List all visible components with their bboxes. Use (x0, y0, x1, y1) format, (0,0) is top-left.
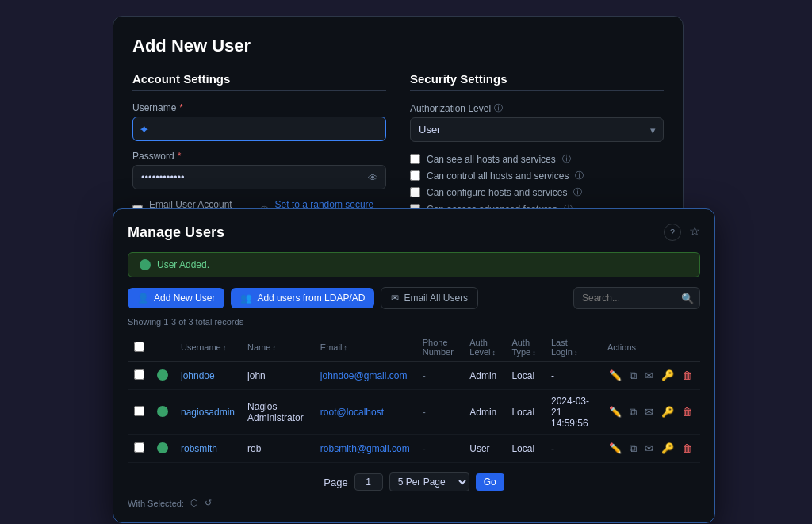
email-cell-1[interactable]: root@localhost (320, 407, 384, 418)
status-dot-1 (157, 406, 168, 417)
manage-users-panel: Manage Users ? ☆ User Added. 👤 Add New U… (113, 208, 715, 523)
header-email: Email↕ (314, 333, 416, 362)
edit-icon-2[interactable]: ✏️ (607, 441, 623, 457)
security-icon-1[interactable]: 🔑 (660, 404, 676, 420)
permission-checkbox-1[interactable] (410, 170, 420, 181)
name-cell-2: rob (247, 443, 261, 454)
table-row: nagiosadmin Nagios Administrator root@lo… (128, 390, 700, 435)
email-icon: ✉ (391, 293, 399, 304)
header-checkbox-cell (128, 333, 151, 362)
email-cell-2[interactable]: robsmith@gmail.com (320, 443, 410, 454)
action-buttons-row: 👤 Add New User 👥 Add users from LDAP/AD … (128, 287, 700, 309)
header-actions: Actions (601, 333, 700, 362)
email-cell-0[interactable]: johndoe@gmail.com (320, 370, 408, 381)
username-cell-2: robsmith (181, 443, 217, 454)
security-settings-title: Security Settings (410, 72, 664, 91)
permission-label-2: Can configure hosts and services (427, 187, 567, 198)
email-all-users-button[interactable]: ✉ Email All Users (381, 287, 478, 309)
select-all-checkbox[interactable] (134, 342, 144, 352)
phone-cell-1: - (423, 407, 426, 418)
status-dot-0 (157, 369, 168, 381)
email-icon-2[interactable]: ✉ (643, 441, 655, 457)
status-dot-2 (157, 442, 168, 453)
add-new-user-button[interactable]: 👤 Add New User (128, 288, 224, 308)
table-row: johndoe john johndoe@gmail.com - Admin L… (128, 362, 700, 390)
header-auth-type: Auth Type↕ (505, 333, 545, 362)
edit-icon-1[interactable]: ✏️ (607, 404, 623, 420)
header-phone: Phone Number (416, 333, 464, 362)
delete-icon-0[interactable]: 🗑 (680, 368, 694, 384)
password-input[interactable] (132, 165, 386, 189)
row-checkbox-1[interactable] (134, 406, 144, 416)
star-bookmark-icon[interactable]: ☆ (689, 224, 700, 241)
permission-row-0: Can see all hosts and services ⓘ (410, 153, 664, 165)
manage-header: Manage Users ? ☆ (128, 224, 700, 241)
help-icon[interactable]: ? (664, 224, 681, 241)
action-icons-0: ✏️ ⧉ ✉ 🔑 🗑 (607, 368, 694, 384)
add-user-icon: 👤 (137, 293, 149, 304)
permission-help-icon-1[interactable]: ⓘ (575, 170, 584, 182)
name-cell-0: john (247, 370, 266, 381)
security-icon-0[interactable]: 🔑 (660, 368, 676, 384)
security-icon-2[interactable]: 🔑 (660, 441, 676, 457)
page-label: Page (324, 476, 347, 488)
go-button[interactable]: Go (476, 473, 504, 491)
header-auth-level: Auth Level↕ (463, 333, 505, 362)
success-dot-icon (140, 259, 151, 270)
copy-icon-0[interactable]: ⧉ (628, 368, 638, 384)
success-message: User Added. (157, 259, 209, 270)
users-table-body: johndoe john johndoe@gmail.com - Admin L… (128, 362, 700, 463)
search-wrapper: 🔍 (573, 287, 700, 309)
account-settings-title: Account Settings (132, 72, 386, 91)
manage-header-icons: ? ☆ (664, 224, 700, 241)
auth-level-help-icon[interactable]: ⓘ (494, 102, 503, 114)
auth-level-cell-2: User (469, 443, 489, 454)
row-checkbox-0[interactable] (134, 369, 144, 380)
row-checkbox-2[interactable] (134, 442, 144, 453)
star-icon: ✦ (139, 121, 149, 136)
auth-type-cell-1: Local (511, 407, 534, 418)
name-cell-1: Nagios Administrator (247, 401, 304, 423)
email-icon-1[interactable]: ✉ (643, 404, 655, 420)
header-username: Username↕ (174, 333, 241, 362)
pagination-row: Page 5 Per Page 10 Per Page 25 Per Page … (128, 472, 700, 491)
header-name: Name↕ (241, 333, 314, 362)
per-page-select[interactable]: 5 Per Page 10 Per Page 25 Per Page (389, 472, 469, 491)
auth-level-label: Authorization Level ⓘ (410, 102, 664, 114)
permission-label-1: Can control all hosts and services (427, 170, 569, 182)
show-password-icon[interactable]: 👁 (368, 171, 378, 183)
phone-cell-0: - (423, 370, 426, 381)
delete-icon-2[interactable]: 🗑 (680, 441, 694, 457)
with-selected-row: With Selected: ⬡ ↺ (128, 498, 700, 508)
page-input[interactable] (354, 473, 383, 491)
permission-checkbox-2[interactable] (410, 187, 420, 197)
with-selected-delete-icon[interactable]: ↺ (205, 498, 212, 508)
with-selected-label: With Selected: (128, 499, 184, 508)
header-status (151, 333, 174, 362)
auth-level-cell-1: Admin (469, 407, 496, 418)
table-header: Username↕ Name↕ Email↕ Phone Number Auth… (128, 333, 700, 362)
records-count: Showing 1-3 of 3 total records (128, 317, 700, 327)
phone-cell-2: - (423, 443, 426, 454)
edit-icon-0[interactable]: ✏️ (607, 368, 623, 384)
email-icon-0[interactable]: ✉ (643, 368, 655, 384)
auth-level-cell-0: Admin (469, 370, 496, 381)
copy-icon-2[interactable]: ⧉ (628, 441, 638, 457)
search-icon: 🔍 (681, 293, 694, 304)
panel-title: Add New User (132, 36, 664, 56)
with-selected-copy-icon[interactable]: ⬡ (190, 498, 198, 508)
auth-type-cell-2: Local (511, 443, 534, 454)
permission-help-icon-2[interactable]: ⓘ (573, 186, 582, 198)
copy-icon-1[interactable]: ⧉ (628, 404, 638, 420)
last-login-cell-0: - (551, 370, 554, 381)
delete-icon-1[interactable]: 🗑 (680, 404, 694, 420)
username-input[interactable] (132, 117, 386, 141)
auth-level-select[interactable]: User (410, 117, 664, 142)
ldap-icon: 👥 (240, 293, 252, 304)
username-cell-0: johndoe (181, 370, 215, 381)
manage-users-title: Manage Users (128, 224, 224, 241)
permission-help-icon-0[interactable]: ⓘ (562, 153, 571, 165)
add-ldap-button[interactable]: 👥 Add users from LDAP/AD (231, 288, 374, 308)
permission-checkbox-0[interactable] (410, 154, 420, 164)
username-cell-1: nagiosadmin (181, 407, 235, 418)
